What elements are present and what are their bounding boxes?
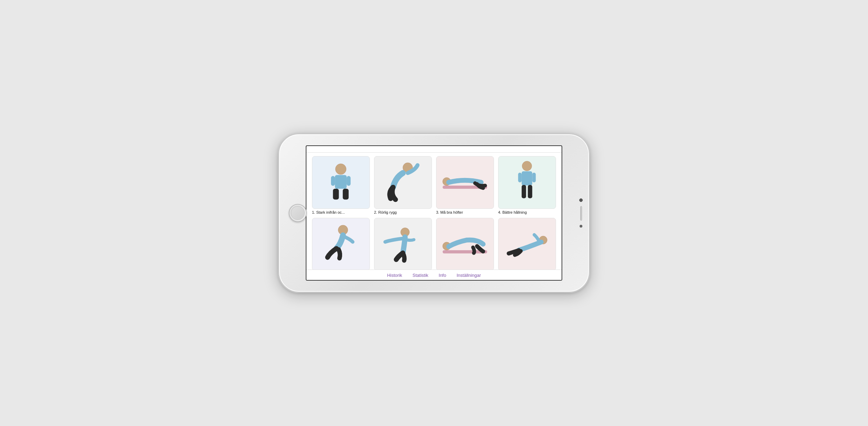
- svg-rect-12: [532, 173, 536, 182]
- svg-point-0: [336, 164, 346, 174]
- svg-rect-11: [518, 173, 522, 182]
- grid-item-label-1: 1. Stark inifrån oc...: [312, 210, 370, 214]
- screen-content: 1. Stark inifrån oc... 2. Rörlig rygg 3.…: [306, 153, 562, 270]
- grid-item-label-4: 4. Bättre hållning: [498, 210, 556, 214]
- grid-item-image-4: [498, 156, 556, 209]
- svg-rect-2: [331, 176, 335, 186]
- camera-dot: [579, 198, 583, 202]
- svg-rect-4: [333, 189, 339, 199]
- svg-point-9: [522, 161, 532, 171]
- screen-header: [306, 146, 562, 153]
- grid-item-5[interactable]: 5. Kroppskontroll: [312, 218, 370, 270]
- home-button[interactable]: [289, 204, 307, 222]
- grid-item-8[interactable]: 8. Överkroppsstyr...: [498, 218, 556, 270]
- tab-historik[interactable]: Historik: [387, 273, 402, 278]
- grid-item-3[interactable]: 3. Må bra höfter: [436, 156, 494, 214]
- grid-item-image-6: [374, 218, 432, 270]
- side-buttons: [579, 198, 583, 228]
- grid-item-image-3: [436, 156, 494, 209]
- grid-item-image-2: [374, 156, 432, 209]
- phone-screen: 1. Stark inifrån oc... 2. Rörlig rygg 3.…: [306, 145, 562, 281]
- grid-item-label-2: 2. Rörlig rygg: [374, 210, 432, 214]
- grid-item-image-5: [312, 218, 370, 270]
- grid-item-image-1: [312, 156, 370, 209]
- grid-item-4[interactable]: 4. Bättre hållning: [498, 156, 556, 214]
- svg-rect-10: [522, 171, 532, 186]
- tab-info[interactable]: Info: [439, 273, 446, 278]
- svg-rect-5: [343, 189, 349, 199]
- svg-rect-1: [335, 175, 347, 189]
- grid-item-7[interactable]: 7. Rörliga höfter: [436, 218, 494, 270]
- grid-item-image-7: [436, 218, 494, 270]
- power-dot: [580, 225, 582, 228]
- grid-item-6[interactable]: 6. Kroppsbalans: [374, 218, 432, 270]
- grid-item-image-8: [498, 218, 556, 270]
- grid-item-2[interactable]: 2. Rörlig rygg: [374, 156, 432, 214]
- phone-frame: 1. Stark inifrån oc... 2. Rörlig rygg 3.…: [278, 133, 590, 293]
- tab-bar: HistorikStatistikInfoInställningar: [306, 270, 562, 280]
- program-grid: 1. Stark inifrån oc... 2. Rörlig rygg 3.…: [312, 156, 556, 270]
- tab-installningar[interactable]: Inställningar: [457, 273, 481, 278]
- svg-rect-13: [522, 185, 526, 198]
- volume-button: [580, 206, 582, 221]
- grid-item-1[interactable]: 1. Stark inifrån oc...: [312, 156, 370, 214]
- tab-statistik[interactable]: Statistik: [413, 273, 428, 278]
- svg-rect-14: [528, 185, 532, 198]
- svg-rect-3: [347, 176, 350, 186]
- grid-item-label-3: 3. Må bra höfter: [436, 210, 494, 214]
